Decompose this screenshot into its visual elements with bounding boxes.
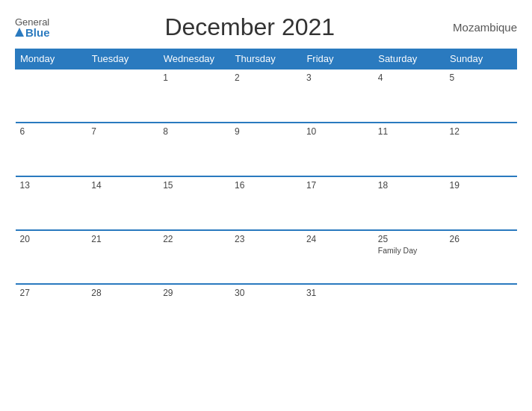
day-number: 10 [306,126,369,137]
day-number: 13 [20,180,83,191]
calendar-cell: 24 [302,230,374,284]
calendar-cell: 1 [158,69,230,123]
calendar-cell: 6 [16,123,87,176]
logo-blue-row: Blue [15,27,50,38]
calendar-cell: 30 [230,284,302,338]
calendar-cell: 4 [374,69,445,123]
day-number: 15 [163,180,226,191]
weekday-header-friday: Friday [302,49,374,69]
calendar-week-row: 12345 [16,69,517,123]
calendar-cell: 8 [158,123,230,176]
calendar-cell: 25Family Day [374,230,445,284]
calendar-cell: 2 [230,69,302,123]
logo: General Blue [15,17,50,38]
calendar-week-row: 6789101112 [16,123,517,176]
calendar-cell: 29 [158,284,230,338]
day-number: 12 [450,126,513,137]
calendar-table: MondayTuesdayWednesdayThursdayFridaySatu… [15,49,517,338]
calendar-cell: 21 [87,230,158,284]
calendar-cell: 5 [445,69,517,123]
calendar-cell: 14 [87,176,158,230]
day-number: 5 [450,72,513,83]
calendar-title: December 2021 [50,13,450,41]
calendar-cell: 31 [302,284,374,338]
calendar-cell: 3 [302,69,374,123]
calendar-cell: 22 [158,230,230,284]
calendar-cell: 11 [374,123,445,176]
day-number: 9 [235,126,297,137]
day-number: 17 [306,180,369,191]
calendar-cell [16,69,87,123]
day-number: 31 [306,288,369,298]
calendar-week-row: 2728293031 [16,284,517,338]
day-number: 30 [235,288,297,298]
weekday-header-sunday: Sunday [445,49,517,69]
day-number: 14 [91,180,154,191]
calendar-cell: 23 [230,230,302,284]
calendar-cell: 16 [230,176,302,230]
calendar-cell: 20 [16,230,87,284]
calendar-cell: 17 [302,176,374,230]
logo-general-text: General [15,17,49,27]
holiday-label: Family Day [378,246,441,255]
day-number: 19 [450,180,513,191]
calendar-cell: 18 [374,176,445,230]
day-number: 20 [20,234,83,244]
day-number: 27 [20,288,83,298]
day-number: 4 [378,72,441,83]
calendar-cell: 28 [87,284,158,338]
calendar-cell [374,284,445,338]
weekday-header-tuesday: Tuesday [87,49,158,69]
day-number: 16 [235,180,297,191]
day-number: 8 [163,126,226,137]
day-number: 25 [378,234,441,244]
country-label: Mozambique [450,21,517,34]
calendar-cell: 19 [445,176,517,230]
calendar-cell: 7 [87,123,158,176]
weekday-header-saturday: Saturday [374,49,445,69]
calendar-cell [87,69,158,123]
weekday-header-thursday: Thursday [230,49,302,69]
calendar-cell: 27 [16,284,87,338]
weekday-header-monday: Monday [16,49,87,69]
logo-blue-text: Blue [25,27,50,38]
day-number: 7 [91,126,154,137]
calendar-cell: 15 [158,176,230,230]
calendar-cell: 26 [445,230,517,284]
calendar-week-row: 202122232425Family Day26 [16,230,517,284]
day-number: 6 [20,126,83,137]
day-number: 22 [163,234,226,244]
day-number: 28 [91,288,154,298]
calendar-cell [445,284,517,338]
day-number: 21 [91,234,154,244]
logo-triangle-icon [15,28,24,37]
day-number: 23 [235,234,297,244]
day-number: 2 [235,72,297,83]
day-number: 1 [163,72,226,83]
day-number: 24 [306,234,369,244]
calendar-container: General Blue December 2021 Mozambique Mo… [0,0,532,411]
day-number: 18 [378,180,441,191]
calendar-cell: 12 [445,123,517,176]
calendar-cell: 13 [16,176,87,230]
calendar-cell: 9 [230,123,302,176]
day-number: 29 [163,288,226,298]
calendar-header: General Blue December 2021 Mozambique [15,13,517,41]
calendar-cell: 10 [302,123,374,176]
weekday-header-row: MondayTuesdayWednesdayThursdayFridaySatu… [16,49,517,69]
day-number: 3 [306,72,369,83]
day-number: 11 [378,126,441,137]
calendar-week-row: 13141516171819 [16,176,517,230]
weekday-header-wednesday: Wednesday [158,49,230,69]
day-number: 26 [450,234,513,244]
